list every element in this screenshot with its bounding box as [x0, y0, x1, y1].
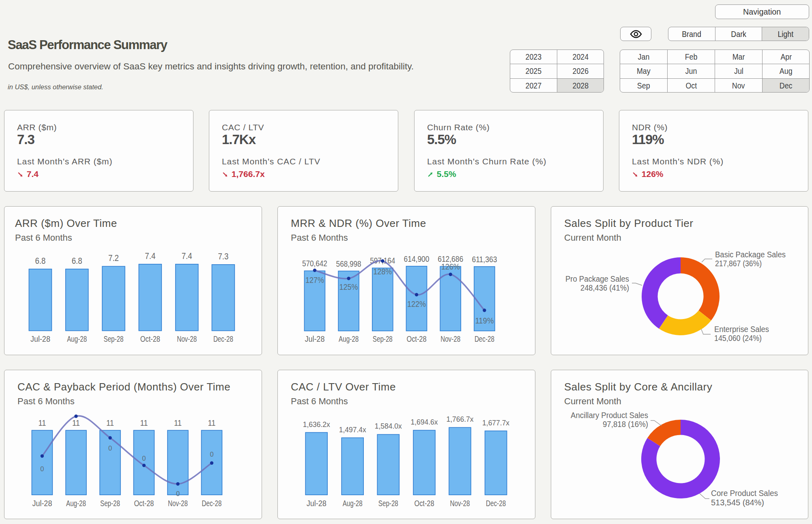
svg-text:Sep-28: Sep-28: [100, 499, 120, 508]
svg-text:128%: 128%: [373, 267, 392, 276]
svg-text:127%: 127%: [305, 276, 324, 285]
svg-text:570,642: 570,642: [302, 259, 327, 268]
svg-text:Nov-28: Nov-28: [168, 499, 188, 508]
svg-text:1,636.2x: 1,636.2x: [303, 420, 330, 429]
svg-text:6.8: 6.8: [72, 256, 82, 266]
svg-text:1,694.6x: 1,694.6x: [411, 418, 438, 426]
svg-text:Sep-28: Sep-28: [373, 334, 393, 343]
svg-text:125%: 125%: [339, 282, 358, 291]
svg-text:Dec-28: Dec-28: [486, 499, 506, 508]
svg-text:145,060 (24%): 145,060 (24%): [714, 334, 762, 343]
svg-text:Basic Package Sales: Basic Package Sales: [715, 250, 786, 259]
svg-text:513,545 (84%): 513,545 (84%): [711, 498, 764, 507]
svg-text:122%: 122%: [407, 300, 426, 308]
svg-text:Nov-28: Nov-28: [440, 334, 460, 343]
svg-text:1,766.7x: 1,766.7x: [447, 415, 474, 423]
svg-text:Nov-28: Nov-28: [450, 499, 470, 508]
svg-text:11: 11: [106, 418, 114, 427]
svg-text:97,818 (16%): 97,818 (16%): [603, 420, 648, 429]
svg-text:126%: 126%: [441, 262, 460, 271]
svg-text:Dec-28: Dec-28: [202, 499, 222, 508]
svg-text:1,584.0x: 1,584.0x: [375, 422, 402, 430]
svg-text:Aug-28: Aug-28: [343, 499, 363, 508]
svg-text:Ancillary Product Sales: Ancillary Product Sales: [571, 411, 648, 420]
svg-text:614,900: 614,900: [404, 254, 430, 263]
svg-text:0: 0: [142, 455, 146, 462]
svg-text:Core Product Sales: Core Product Sales: [711, 489, 778, 498]
svg-text:11: 11: [140, 418, 148, 427]
svg-text:Nov-28: Nov-28: [177, 334, 197, 343]
svg-text:Dec-28: Dec-28: [213, 334, 233, 343]
svg-text:Jul-28: Jul-28: [305, 334, 324, 343]
svg-text:7.4: 7.4: [145, 251, 155, 261]
svg-text:0: 0: [40, 465, 44, 472]
svg-text:0: 0: [176, 490, 180, 497]
svg-text:217,867 (36%): 217,867 (36%): [715, 259, 762, 268]
svg-text:Oct-28: Oct-28: [415, 499, 434, 508]
svg-text:11: 11: [72, 418, 80, 427]
svg-text:Oct-28: Oct-28: [134, 499, 154, 508]
svg-text:7.3: 7.3: [218, 251, 228, 261]
svg-text:11: 11: [38, 418, 46, 427]
svg-text:0: 0: [210, 451, 213, 458]
svg-text:7.2: 7.2: [108, 253, 119, 263]
svg-text:11: 11: [174, 418, 182, 427]
svg-text:Enterprise Sales: Enterprise Sales: [714, 325, 769, 334]
svg-text:0: 0: [108, 444, 112, 452]
svg-text:Oct-28: Oct-28: [140, 334, 160, 343]
svg-text:Jul-28: Jul-28: [30, 334, 50, 343]
svg-text:6.8: 6.8: [35, 256, 45, 266]
svg-text:Aug-28: Aug-28: [339, 334, 359, 343]
svg-text:568,998: 568,998: [336, 259, 361, 268]
svg-text:Jul-28: Jul-28: [307, 499, 327, 508]
svg-text:611,363: 611,363: [472, 254, 497, 264]
svg-text:Aug-28: Aug-28: [66, 499, 86, 508]
svg-text:1,497.4x: 1,497.4x: [339, 425, 366, 434]
svg-text:11: 11: [208, 418, 216, 427]
svg-text:1,677.7x: 1,677.7x: [482, 418, 509, 427]
svg-text:248,436 (41%): 248,436 (41%): [580, 283, 629, 292]
svg-text:Sep-28: Sep-28: [104, 334, 124, 343]
svg-text:Oct-28: Oct-28: [407, 334, 427, 343]
svg-text:119%: 119%: [475, 316, 494, 325]
svg-text:Dec-28: Dec-28: [475, 334, 494, 343]
svg-text:Sep-28: Sep-28: [378, 499, 398, 508]
svg-text:7.4: 7.4: [182, 251, 192, 261]
svg-text:Pro Package Sales: Pro Package Sales: [565, 274, 629, 283]
svg-text:Jul-28: Jul-28: [32, 499, 52, 508]
svg-text:Aug-28: Aug-28: [67, 334, 87, 343]
